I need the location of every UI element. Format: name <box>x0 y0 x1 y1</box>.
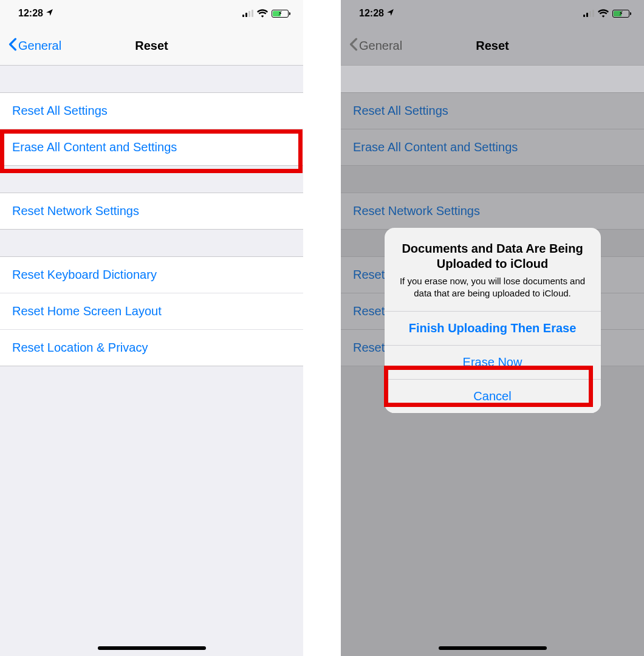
location-icon <box>386 8 394 19</box>
phone-screenshot-left: 12:28 ⚡︎ General Reset <box>0 0 303 656</box>
reset-network-row[interactable]: Reset Network Settings <box>0 193 303 229</box>
cancel-button[interactable]: Cancel <box>385 379 601 413</box>
reset-group-2: Reset Network Settings <box>341 193 644 230</box>
status-time: 12:28 <box>359 8 384 19</box>
nav-bar: General Reset <box>0 27 303 66</box>
cellular-signal-icon <box>242 10 253 17</box>
cellular-signal-icon <box>583 10 594 17</box>
reset-group-1: Reset All Settings Erase All Content and… <box>0 92 303 166</box>
modal-message: If you erase now, you will lose document… <box>398 275 587 300</box>
nav-bar: General Reset <box>341 27 644 66</box>
battery-charging-icon: ⚡︎ <box>272 10 289 18</box>
phone-screenshot-right: 12:28 ⚡︎ General Reset <box>341 0 644 656</box>
status-bar: 12:28 ⚡︎ <box>0 0 303 27</box>
reset-group-3: Reset Keyboard Dictionary Reset Home Scr… <box>0 256 303 366</box>
modal-title: Documents and Data Are Being Uploaded to… <box>398 241 587 272</box>
finish-uploading-button[interactable]: Finish Uploading Then Erase <box>385 311 601 345</box>
battery-charging-icon: ⚡︎ <box>612 10 629 18</box>
back-button[interactable]: General <box>9 38 61 54</box>
reset-keyboard-row[interactable]: Reset Keyboard Dictionary <box>0 257 303 293</box>
reset-network-row[interactable]: Reset Network Settings <box>341 193 644 229</box>
erase-now-button[interactable]: Erase Now <box>385 345 601 379</box>
back-button[interactable]: General <box>349 38 402 54</box>
reset-group-2: Reset Network Settings <box>0 193 303 230</box>
wifi-icon <box>598 9 609 18</box>
chevron-left-icon <box>349 38 358 54</box>
home-indicator <box>98 646 206 650</box>
wifi-icon <box>257 9 268 18</box>
status-time: 12:28 <box>18 8 43 19</box>
erase-all-content-row[interactable]: Erase All Content and Settings <box>341 129 644 165</box>
home-indicator <box>439 646 547 650</box>
reset-location-row[interactable]: Reset Location & Privacy <box>0 330 303 366</box>
reset-group-1: Reset All Settings Erase All Content and… <box>341 92 644 166</box>
location-icon <box>46 8 53 19</box>
back-label: General <box>359 39 402 53</box>
erase-all-content-row[interactable]: Erase All Content and Settings <box>0 129 303 165</box>
reset-all-settings-row[interactable]: Reset All Settings <box>341 93 644 129</box>
nav-title: Reset <box>476 39 509 53</box>
back-label: General <box>18 39 61 53</box>
erase-confirm-modal: Documents and Data Are Being Uploaded to… <box>385 228 601 413</box>
nav-title: Reset <box>135 39 168 53</box>
reset-home-row[interactable]: Reset Home Screen Layout <box>0 293 303 330</box>
chevron-left-icon <box>9 38 17 54</box>
reset-all-settings-row[interactable]: Reset All Settings <box>0 93 303 129</box>
status-bar: 12:28 ⚡︎ <box>341 0 644 27</box>
